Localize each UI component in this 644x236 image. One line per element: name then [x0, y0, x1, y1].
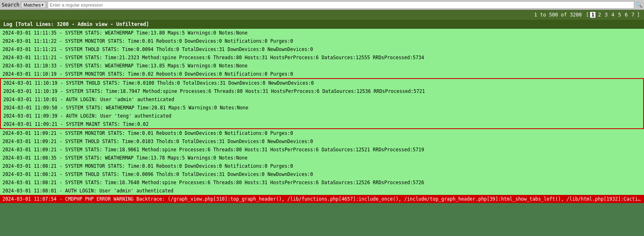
page-link-3[interactable]: 3 [604, 12, 609, 18]
search-icon: 🔍 [636, 2, 642, 8]
search-bar: Search Matches ▾ 🔍 [0, 0, 644, 10]
bracket-close: ] [637, 12, 640, 18]
bracket-open: [ [583, 12, 589, 18]
log-header-text: Log [Total Lines: 3200 - Admin view - Un… [3, 21, 149, 27]
log-line: 2024-03-01 11:09:21 - SYSTEM MAINT STATS… [1, 120, 643, 128]
log-line: 2024-03-01 11:10:19 - SYSTEM MONITOR STA… [0, 70, 644, 78]
search-label: Search [2, 2, 19, 8]
log-line: 2024-03-01 11:08:21 - SYSTEM STATS: Time… [0, 178, 644, 187]
log-line: 2024-03-01 11:10:01 - AUTH LOGIN: User '… [1, 95, 643, 104]
log-line: 2024-03-01 11:08:21 - SYSTEM THOLD STATS… [0, 170, 644, 178]
log-line: 2024-03-01 11:11:21 - SYSTEM THOLD STATS… [0, 45, 644, 53]
log-line: 2024-03-01 11:09:21 - SYSTEM MONITOR STA… [0, 129, 644, 137]
dropdown-arrow-icon: ▾ [42, 3, 44, 7]
page-link-6[interactable]: 6 [623, 12, 629, 18]
log-line: 2024-03-01 11:09:21 - SYSTEM STATS: Time… [0, 146, 644, 154]
pagination-range: 1 to 500 of 3200 [534, 12, 582, 18]
log-line: 2024-03-01 11:10:33 - SYSTEM STATS: WEAT… [0, 62, 644, 70]
page-link-7[interactable]: 7 [630, 12, 636, 18]
page-link-4[interactable]: 4 [610, 12, 616, 18]
log-line: 2024-03-01 11:07:54 - CMDPHP PHP ERROR W… [0, 195, 644, 203]
page-link-1[interactable]: 1 [590, 12, 595, 18]
page-link-2[interactable]: 2 [597, 12, 602, 18]
log-line: 2024-03-01 11:10:19 - SYSTEM STATS: Time… [1, 87, 643, 95]
log-line: 2024-03-01 11:09:39 - AUTH LOGIN: User '… [1, 112, 643, 120]
log-line: 2024-03-01 11:11:21 - SYSTEM STATS: Time… [0, 53, 644, 62]
log-line: 2024-03-01 11:09:50 - SYSTEM STATS: WEAT… [1, 104, 643, 112]
pagination-bar: 1 to 500 of 3200 [ 1 2 3 4 5 6 7 ] [0, 10, 644, 20]
red-box-group: 2024-03-01 11:10:19 - SYSTEM THOLD STATS… [0, 78, 644, 129]
log-line: 2024-03-01 11:10:19 - SYSTEM THOLD STATS… [1, 79, 643, 87]
matches-button[interactable]: Matches ▾ [21, 2, 46, 8]
log-line: 2024-03-01 11:11:35 - SYSTEM STATS: WEAT… [0, 29, 644, 37]
log-line: 2024-03-01 11:08:01 - AUTH LOGIN: User '… [0, 187, 644, 195]
log-header: Log [Total Lines: 3200 - Admin view - Un… [0, 20, 644, 29]
log-line: 2024-03-01 11:09:21 - SYSTEM THOLD STATS… [0, 137, 644, 146]
log-lines-container: 2024-03-01 11:11:35 - SYSTEM STATS: WEAT… [0, 29, 644, 203]
log-line: 2024-03-01 11:08:21 - SYSTEM MONITOR STA… [0, 162, 644, 170]
search-submit-button[interactable]: 🔍 [636, 2, 642, 8]
log-line: 2024-03-01 11:08:35 - SYSTEM STATS: WEAT… [0, 154, 644, 162]
page-link-5[interactable]: 5 [617, 12, 622, 18]
matches-label: Matches [23, 2, 41, 7]
search-input[interactable] [48, 1, 634, 9]
log-line: 2024-03-01 11:11:22 - SYSTEM MONITOR STA… [0, 37, 644, 45]
